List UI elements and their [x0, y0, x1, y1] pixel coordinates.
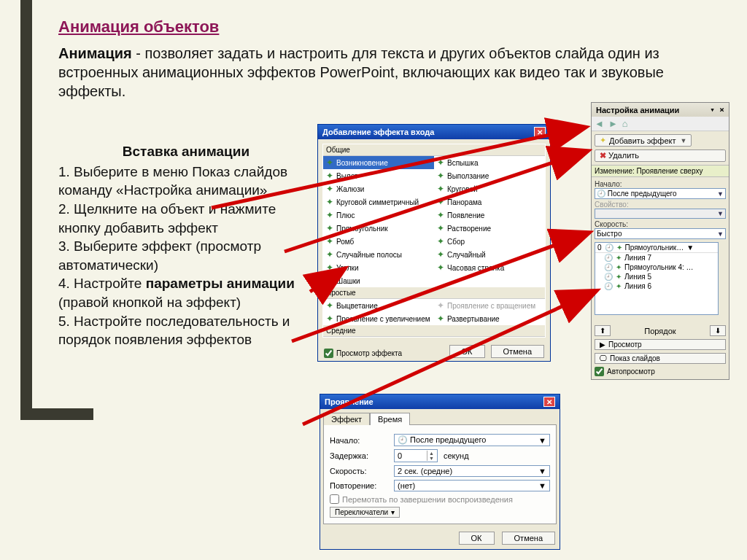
nav-back-icon[interactable]: ◄	[595, 118, 604, 129]
nav-home-icon[interactable]: ⌂	[622, 118, 628, 129]
ok-button[interactable]: ОК	[449, 345, 485, 358]
delay-input[interactable]: 0 ▲▼	[394, 449, 438, 462]
autopreview-checkbox[interactable]: Автопросмотр	[595, 367, 726, 376]
pane-nav: ◄ ► ⌂	[592, 117, 729, 131]
close-icon[interactable]: ✕	[543, 397, 555, 407]
start-select[interactable]: 🕘 После предыдущего▼	[595, 188, 726, 199]
property-select: ▼	[595, 209, 726, 219]
chevron-down-icon: ▼	[680, 137, 686, 144]
ok-button[interactable]: ОК	[459, 532, 495, 545]
instructions-heading: Вставка анимации	[58, 142, 314, 161]
timing-start-select[interactable]: 🕘 После предыдущего▼	[394, 434, 550, 446]
change-label: Изменение: Проявление сверху	[592, 165, 729, 177]
property-label: Свойство:	[595, 201, 726, 209]
pane-close-icon[interactable]: ▾ ×	[710, 105, 724, 114]
order-down-button[interactable]: ⬇	[710, 325, 726, 336]
cancel-button[interactable]: Отмена	[491, 345, 544, 358]
instructions: Вставка анимации 1. Выберите в меню Пока…	[58, 142, 314, 349]
star-icon: ✦	[600, 136, 606, 145]
repeat-select[interactable]: (нет)▼	[394, 480, 550, 491]
rewind-checkbox[interactable]: Перемотать по завершении воспроизведения	[330, 494, 550, 504]
cancel-button[interactable]: Отмена	[502, 532, 555, 545]
order-up-button[interactable]: ⬆	[595, 325, 611, 336]
nav-fwd-icon[interactable]: ►	[608, 118, 618, 129]
intro-text: Анимация - позволяет задать и настроить …	[58, 44, 715, 101]
preview-effect-checkbox[interactable]: Просмотр эффекта	[324, 349, 402, 358]
animation-list[interactable]: 0 🕘✦ Прямоугольник…▼ 🕘✦Линия 7 🕘✦Прямоуг…	[595, 242, 719, 315]
speed-select[interactable]: Быстро▼	[595, 228, 726, 239]
preview-button[interactable]: ▶ Просмотр	[595, 339, 726, 350]
slide-title: Анимация объектов	[58, 18, 219, 36]
group-common: Общие	[323, 144, 545, 156]
pane-title: Настройка анимации ▾ ×	[592, 103, 729, 117]
timing-dialog: Проявление ✕ Эффект Время Начало: 🕘 Посл…	[320, 394, 560, 550]
triggers-button[interactable]: Переключатели ▾	[330, 507, 400, 518]
tab-effect[interactable]: Эффект	[323, 413, 370, 425]
intro-bold: Анимация	[58, 45, 132, 61]
order-label: Порядок	[644, 327, 676, 335]
tab-time[interactable]: Время	[370, 413, 410, 425]
group-medium: Средние	[323, 325, 545, 337]
group-simple: Простые	[323, 287, 545, 299]
animation-task-pane: Настройка анимации ▾ × ◄ ► ⌂ ✦ Добавить …	[591, 102, 729, 380]
remove-effect-button[interactable]: ✖ Удалить	[595, 149, 726, 162]
timing-title: Проявление	[325, 397, 374, 406]
dialog-title: Добавление эффекта входа	[322, 128, 434, 136]
add-effect-button[interactable]: ✦ Добавить эффект ▼	[595, 134, 692, 147]
remove-icon: ✖	[600, 151, 606, 160]
close-icon[interactable]: ✕	[534, 127, 546, 137]
start-label: Начало:	[595, 180, 726, 188]
speed-label: Скорость:	[595, 220, 726, 228]
timing-speed-select[interactable]: 2 сек. (средне)▼	[394, 465, 550, 477]
effect-grid[interactable]: ✦Возникновение ✦Вспышка ✦Вылет ✦Выползан…	[323, 156, 545, 287]
add-effect-dialog: Добавление эффекта входа ✕ Общие ✦Возник…	[317, 124, 551, 362]
slideshow-button[interactable]: 🖵 Показ слайдов	[595, 353, 726, 364]
list-index: 0	[597, 244, 602, 252]
